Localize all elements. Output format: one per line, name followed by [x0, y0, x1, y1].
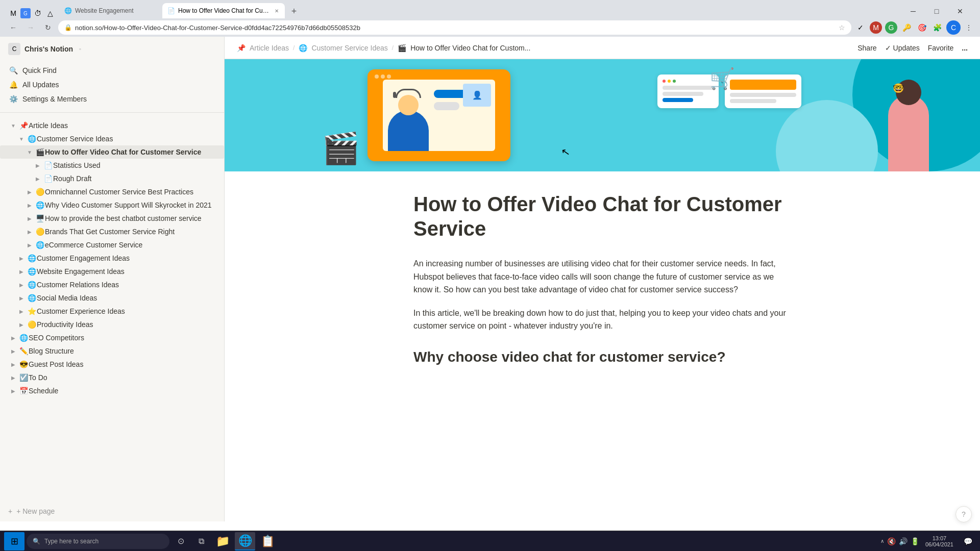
favicon-calendar[interactable]: G [20, 8, 31, 18]
toggle-blog[interactable]: ▶ [8, 346, 18, 356]
tab-video-chat[interactable]: 📄 How to Offer Video Chat for Cust... ✕ [162, 3, 285, 18]
sidebar-item-customer-service-ideas[interactable]: ▼ 🌐 Customer Service Ideas [0, 132, 224, 145]
minimize-button[interactable]: ─ [901, 4, 925, 18]
sidebar-item-why-video[interactable]: ▶ 🌐 Why Video Customer Support Will Skyr… [0, 198, 224, 212]
toggle-brands[interactable]: ▶ [24, 227, 35, 237]
sidebar-item-todo[interactable]: ▶ ☑️ To Do [0, 371, 224, 384]
icon-statistics: 📄 [43, 160, 53, 170]
label-chatbot: How to provide the best chatbot customer… [45, 214, 224, 222]
sidebar-item-customer-relations[interactable]: ▶ 🌐 Customer Relations Ideas [0, 278, 224, 291]
favorite-button[interactable]: Favorite [928, 44, 954, 52]
extension-icon-3[interactable]: G [885, 21, 897, 34]
breadcrumb-item-2[interactable]: Customer Service Ideas [311, 44, 387, 52]
toggle-omnichannel[interactable]: ▶ [24, 187, 35, 197]
quick-find-button[interactable]: 🔍 Quick Find [0, 63, 224, 78]
extension-icon-1[interactable]: ✓ [854, 21, 867, 34]
extension-icon-4[interactable]: 🔑 [900, 21, 913, 34]
help-button[interactable]: ? [955, 506, 972, 522]
share-button[interactable]: Share [857, 44, 876, 52]
search-box[interactable]: 🔍 Type here to search [27, 534, 169, 549]
toggle-engagement[interactable]: ▶ [16, 253, 27, 263]
sidebar-item-schedule[interactable]: ▶ 📅 Schedule [0, 384, 224, 397]
notification-center[interactable]: 💬 [960, 532, 976, 550]
more-button[interactable]: ... [962, 44, 968, 52]
favicon-gmail[interactable]: M [8, 8, 18, 18]
settings-button[interactable]: ⚙️ Settings & Members [0, 92, 224, 106]
label-website: Website Engagement Ideas [37, 267, 224, 276]
toggle-customer-service[interactable]: ▼ [16, 134, 27, 144]
sidebar-item-productivity[interactable]: ▶ 🟡 Productivity Ideas [0, 318, 224, 331]
forward-button[interactable]: → [23, 20, 38, 35]
taskbar-icon-chrome[interactable]: 🌐 [235, 532, 255, 550]
sidebar-item-website-engagement[interactable]: ▶ 🌐 Website Engagement Ideas [0, 265, 224, 278]
sidebar-item-video-chat[interactable]: ▼ 🎬 How to Offer Video Chat for Customer… [0, 145, 224, 159]
toggle-schedule[interactable]: ▶ [8, 386, 18, 396]
sidebar-item-seo[interactable]: ▶ 🌐 SEO Competitors [0, 331, 224, 344]
tab1-title: Website Engagement [75, 7, 156, 14]
url-star-icon[interactable]: ☆ [839, 23, 845, 32]
tray-battery[interactable]: 🔋 [911, 537, 919, 545]
sidebar-item-chatbot[interactable]: ▶ 🖥️ How to provide the best chatbot cus… [0, 212, 224, 225]
sidebar-item-article-ideas[interactable]: ▼ 📌 Article Ideas [0, 119, 224, 132]
toggle-seo[interactable]: ▶ [8, 333, 18, 343]
sidebar-item-blog[interactable]: ▶ ✏️ Blog Structure [0, 344, 224, 358]
toggle-website[interactable]: ▶ [16, 266, 27, 277]
extension-icon-5[interactable]: 🎯 [916, 21, 928, 34]
toggle-experience[interactable]: ▶ [16, 306, 27, 316]
close-button[interactable]: ✕ [948, 4, 972, 18]
all-updates-button[interactable]: 🔔 All Updates [0, 78, 224, 92]
extension-icon-6[interactable]: 🧩 [931, 21, 943, 34]
toggle-productivity[interactable]: ▶ [16, 319, 27, 330]
start-button[interactable]: ⊞ [4, 532, 24, 550]
tab2-close[interactable]: ✕ [274, 7, 280, 15]
sidebar-item-customer-engagement[interactable]: ▶ 🌐 Customer Engagement Ideas [0, 252, 224, 265]
extension-icon-2[interactable]: M [870, 21, 882, 34]
workspace-chevron[interactable]: ◦ [79, 45, 81, 53]
sidebar-item-ecommerce[interactable]: ▶ 🌐 eCommerce Customer Service [0, 238, 224, 252]
favicon-drive[interactable]: △ [45, 8, 55, 18]
tray-show-hidden[interactable]: ∧ [880, 538, 884, 544]
breadcrumb-item-1[interactable]: Article Ideas [250, 44, 289, 52]
tray-network[interactable]: 🔇 [887, 537, 896, 545]
sidebar-item-social-media[interactable]: ▶ 🌐 Social Media Ideas [0, 291, 224, 305]
updates-button[interactable]: ✓ Updates [885, 44, 920, 52]
toggle-video-chat[interactable]: ▼ [24, 147, 35, 157]
toggle-todo[interactable]: ▶ [8, 372, 18, 383]
back-button[interactable]: ← [6, 20, 20, 35]
toggle-article-ideas[interactable]: ▼ [8, 120, 18, 131]
toggle-social[interactable]: ▶ [16, 293, 27, 303]
new-tab-button[interactable]: + [287, 4, 301, 18]
url-bar[interactable]: 🔒 notion.so/How-to-Offer-Video-Chat-for-… [58, 20, 851, 35]
icon-engagement: 🌐 [27, 253, 37, 263]
sidebar-item-statistics[interactable]: ▶ 📄 Statistics Used [0, 159, 224, 172]
profile-button[interactable]: C [946, 20, 961, 35]
sidebar-item-brands[interactable]: ▶ 🟡 Brands That Get Customer Service Rig… [0, 225, 224, 238]
toggle-guest[interactable]: ▶ [8, 359, 18, 369]
favicon-timer[interactable]: ⏱ [33, 8, 43, 18]
maximize-button[interactable]: □ [925, 4, 948, 18]
sidebar-item-customer-experience[interactable]: ▶ ⭐ Customer Experience Ideas [0, 305, 224, 318]
toggle-chatbot[interactable]: ▶ [24, 213, 35, 223]
label-statistics: Statistics Used [53, 161, 224, 169]
sidebar-item-omnichannel[interactable]: ▶ 🟡 Omnichannel Customer Service Best Pr… [0, 185, 224, 198]
tab-website-engagement[interactable]: 🌐 Website Engagement [59, 3, 161, 18]
sidebar-item-guest-post[interactable]: ▶ 😎 Guest Post Ideas [0, 358, 224, 371]
refresh-button[interactable]: ↻ [41, 20, 55, 35]
taskbar-icon-notion[interactable]: 📋 [257, 532, 278, 550]
label-brands: Brands That Get Customer Service Right [45, 228, 224, 236]
toggle-relations[interactable]: ▶ [16, 280, 27, 290]
chrome-menu-button[interactable]: ⋮ [964, 22, 974, 33]
clock[interactable]: 13:07 06/04/2021 [922, 535, 957, 547]
tray-volume[interactable]: 🔊 [899, 537, 908, 545]
toggle-statistics[interactable]: ▶ [33, 160, 43, 170]
sidebar-item-rough-draft[interactable]: ▶ 📄 Rough Draft [0, 172, 224, 185]
monitor-illustration: 👤 [368, 69, 510, 161]
toggle-why-video[interactable]: ▶ [24, 200, 35, 210]
task-view-button[interactable]: ⧉ [192, 532, 210, 550]
toggle-rough-draft[interactable]: ▶ [33, 173, 43, 184]
cortana-button[interactable]: ⊙ [172, 532, 190, 550]
taskbar-icon-explorer[interactable]: 📁 [212, 532, 233, 550]
new-page-button[interactable]: + + New page [8, 505, 216, 517]
url-text[interactable]: notion.so/How-to-Offer-Video-Chat-for-Cu… [75, 24, 360, 32]
toggle-ecommerce[interactable]: ▶ [24, 240, 35, 250]
